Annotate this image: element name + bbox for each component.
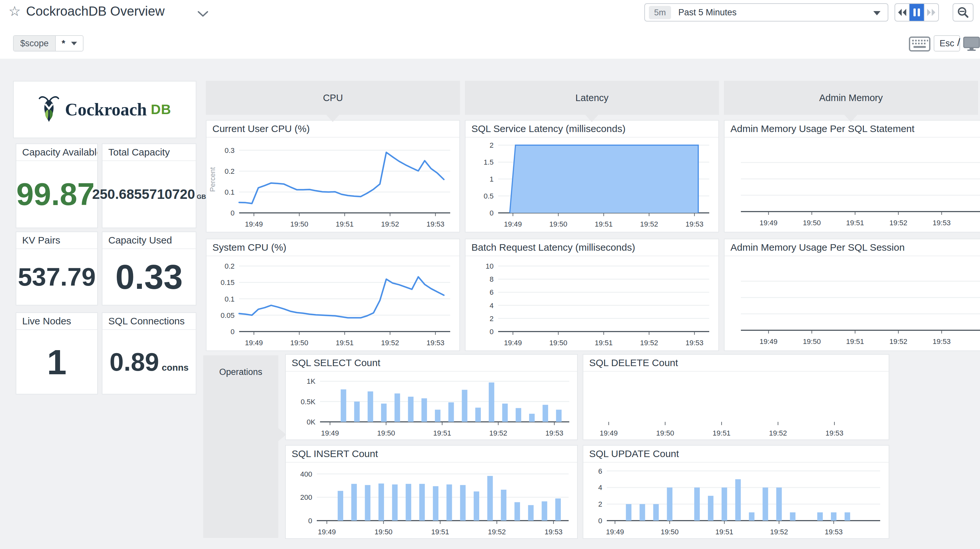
svg-text:19:50: 19:50 <box>290 339 308 347</box>
logo-card: Cockroach DB <box>13 81 196 138</box>
sql-select-count-plot[interactable]: 0K0.5K1K19:4919:5019:5119:5219:53 <box>286 372 577 440</box>
svg-text:19:49: 19:49 <box>318 528 336 536</box>
page-title: CockroachDB Overview <box>26 4 165 19</box>
stat-card-total-capacity[interactable]: Total Capacity 250.6855710720GB <box>102 143 196 228</box>
svg-text:200: 200 <box>300 493 312 501</box>
svg-text:0.5: 0.5 <box>484 192 493 200</box>
svg-text:19:49: 19:49 <box>504 220 522 228</box>
svg-text:19:49: 19:49 <box>606 528 624 536</box>
time-range-label: Past 5 Minutes <box>678 8 737 17</box>
svg-text:Percent: Percent <box>208 167 216 192</box>
svg-text:0.3: 0.3 <box>224 146 235 154</box>
svg-text:19:52: 19:52 <box>769 429 787 437</box>
chart-card-admin-memory-session: Admin Memory Usage Per SQL Session 19:49… <box>724 239 980 351</box>
stat-card-capacity-available[interactable]: Capacity Available... 99.87 <box>16 143 98 228</box>
chart-title: SQL UPDATE Count <box>583 446 889 463</box>
svg-text:19:50: 19:50 <box>290 220 308 228</box>
svg-text:19:49: 19:49 <box>504 339 522 347</box>
sql-service-latency-plot[interactable]: 00.511.5219:4919:5019:5119:5219:53 <box>466 138 718 232</box>
playback-controls <box>894 3 939 22</box>
logo-suffix: DB <box>151 102 171 117</box>
svg-text:19:53: 19:53 <box>825 528 843 536</box>
svg-text:19:52: 19:52 <box>381 339 399 347</box>
chart-title: SQL Service Latency (milliseconds) <box>466 121 718 138</box>
svg-text:19:51: 19:51 <box>595 220 612 228</box>
system-cpu-plot[interactable]: 00.050.10.150.219:4919:5019:5119:5219:53 <box>207 256 459 351</box>
favorite-star-icon[interactable]: ☆ <box>8 5 21 18</box>
svg-text:10: 10 <box>486 262 493 270</box>
svg-text:19:53: 19:53 <box>826 429 843 437</box>
rewind-button[interactable] <box>895 4 910 21</box>
group-label-admin-memory: Admin Memory <box>819 93 883 103</box>
svg-text:19:52: 19:52 <box>640 339 658 347</box>
svg-text:19:49: 19:49 <box>245 339 263 347</box>
stat-card-kv-pairs[interactable]: KV Pairs 537.79 <box>16 232 98 305</box>
chart-card-admin-memory-statement: Admin Memory Usage Per SQL Statement 19:… <box>724 120 980 232</box>
sql-update-count-plot[interactable]: 024619:4919:5019:5119:5219:53 <box>583 463 889 538</box>
svg-text:19:51: 19:51 <box>336 339 354 347</box>
stat-card-sql-connections[interactable]: SQL Connections 0.89conns <box>102 312 196 395</box>
svg-text:19:53: 19:53 <box>426 339 444 347</box>
time-range-selector[interactable]: 5m Past 5 Minutes <box>644 3 888 22</box>
chart-card-current-user-cpu: Current User CPU (%) 00.10.20.319:4919:5… <box>206 120 460 232</box>
svg-text:19:53: 19:53 <box>686 220 703 228</box>
group-header-cpu[interactable]: CPU <box>206 81 460 115</box>
chart-card-sql-insert-count: SQL INSERT Count 020040019:4919:5019:511… <box>285 445 578 539</box>
stat-value: 537.79 <box>18 262 96 291</box>
forward-icon <box>926 8 936 17</box>
svg-text:19:51: 19:51 <box>595 339 612 347</box>
chart-title: Current User CPU (%) <box>207 121 459 138</box>
scope-value: * <box>62 38 65 49</box>
sql-insert-count-plot[interactable]: 020040019:4919:5019:5119:5219:53 <box>286 463 577 538</box>
svg-text:19:51: 19:51 <box>431 528 449 536</box>
chart-title: SQL SELECT Count <box>286 355 577 372</box>
logo-wordmark: Cockroach <box>65 100 147 120</box>
chart-card-sql-select-count: SQL SELECT Count 0K0.5K1K19:4919:5019:51… <box>285 354 578 440</box>
chart-title: SQL INSERT Count <box>286 446 577 463</box>
group-header-admin-memory[interactable]: Admin Memory <box>724 81 978 115</box>
svg-text:0: 0 <box>231 328 235 336</box>
template-variable-scope[interactable]: $scope * <box>13 35 84 51</box>
svg-text:19:51: 19:51 <box>336 220 354 228</box>
stat-value: 1 <box>47 342 67 382</box>
svg-text:19:52: 19:52 <box>640 220 658 228</box>
stat-title: KV Pairs <box>16 232 97 249</box>
svg-text:0: 0 <box>231 209 235 217</box>
svg-text:19:50: 19:50 <box>803 337 821 346</box>
tv-mode-icon[interactable] <box>963 36 980 51</box>
svg-text:19:52: 19:52 <box>381 220 399 228</box>
stat-card-live-nodes[interactable]: Live Nodes 1 <box>16 312 98 395</box>
group-label-operations: Operations <box>219 367 262 377</box>
admin-memory-statement-plot[interactable]: 19:4919:5019:5119:5219:53 <box>725 138 980 232</box>
group-header-latency[interactable]: Latency <box>465 81 719 115</box>
pause-button[interactable] <box>910 4 924 21</box>
forward-button[interactable] <box>924 4 938 21</box>
stat-title: Capacity Available... <box>16 144 97 161</box>
stat-card-capacity-used[interactable]: Capacity Used 0.33 <box>102 232 196 305</box>
svg-text:19:51: 19:51 <box>716 528 733 536</box>
svg-text:8: 8 <box>490 275 493 283</box>
stat-value: 0.33 <box>116 257 183 296</box>
svg-text:0K: 0K <box>307 418 315 426</box>
slash-separator: / <box>957 36 960 49</box>
stat-value: 250.6855710720 <box>92 186 195 202</box>
sql-delete-count-plot[interactable]: 19:4919:5019:5119:5219:53 <box>583 372 889 440</box>
group-header-operations[interactable]: Operations <box>203 355 278 538</box>
pause-icon <box>913 8 920 17</box>
chart-card-sql-service-latency: SQL Service Latency (milliseconds) 00.51… <box>465 120 719 232</box>
batch-request-latency-plot[interactable]: 024681019:4919:5019:5119:5219:53 <box>466 256 718 351</box>
current-user-cpu-plot[interactable]: 00.10.20.319:4919:5019:5119:5219:53Perce… <box>207 138 459 232</box>
svg-text:0: 0 <box>490 328 493 336</box>
svg-text:2: 2 <box>490 141 493 149</box>
title-chevron-down-icon[interactable] <box>197 10 209 17</box>
svg-text:19:51: 19:51 <box>846 219 864 227</box>
svg-text:4: 4 <box>598 484 602 492</box>
zoom-out-button[interactable] <box>953 3 974 22</box>
svg-text:19:53: 19:53 <box>686 339 703 347</box>
stat-title: Total Capacity <box>102 144 196 161</box>
svg-text:19:50: 19:50 <box>656 429 674 437</box>
svg-text:19:49: 19:49 <box>600 429 617 437</box>
admin-memory-session-plot[interactable]: 19:4919:5019:5119:5219:53 <box>725 256 980 351</box>
chart-card-system-cpu: System CPU (%) 00.050.10.150.219:4919:50… <box>206 239 460 351</box>
keyboard-shortcuts-icon[interactable] <box>909 36 931 51</box>
